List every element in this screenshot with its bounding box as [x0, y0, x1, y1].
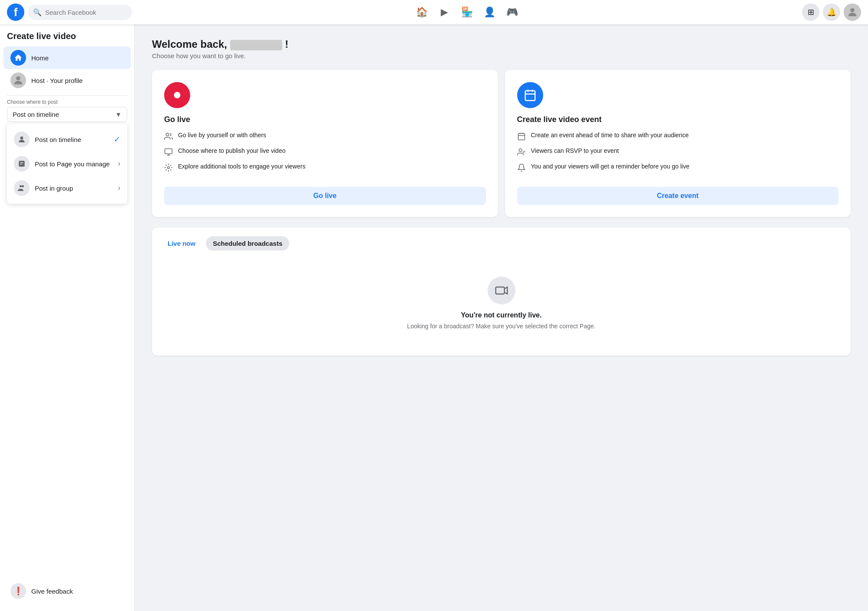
- tools-icon: [164, 163, 173, 172]
- username-blurred: [230, 40, 282, 50]
- go-live-card: Go live Go live by yourself or with othe…: [152, 70, 498, 217]
- sidebar-host-label: Host · Your profile: [31, 77, 83, 84]
- check-icon: ✓: [114, 135, 120, 144]
- create-event-feature-3: You and your viewers will get a reminder…: [517, 162, 839, 172]
- svg-rect-11: [525, 91, 535, 101]
- feedback-icon: ❗: [10, 583, 26, 599]
- rsvp-icon: [517, 148, 526, 156]
- go-live-feature-3-text: Explore additional tools to engage your …: [178, 162, 305, 171]
- apps-button[interactable]: ⊞: [802, 3, 819, 21]
- group-item-label: Post in group: [35, 185, 113, 192]
- top-navigation: f 🔍 🏠 ▶ 🏪 👤 🎮 ⊞ 🔔: [0, 0, 868, 24]
- svg-rect-7: [176, 93, 178, 97]
- create-event-button[interactable]: Create event: [517, 187, 839, 205]
- svg-point-1: [16, 76, 20, 80]
- sidebar-bottom: ❗ Give feedback: [0, 580, 134, 602]
- dropdown-item-timeline[interactable]: Post on timeline ✓: [7, 127, 127, 152]
- nav-home-button[interactable]: 🏠: [412, 2, 432, 23]
- create-event-icon-circle: [517, 82, 543, 108]
- search-box[interactable]: 🔍: [28, 5, 132, 20]
- bell-icon: [517, 163, 526, 172]
- user-avatar[interactable]: [844, 3, 861, 21]
- go-live-feature-3: Explore additional tools to engage your …: [164, 162, 486, 172]
- topnav-center: 🏠 ▶ 🏪 👤 🎮: [412, 2, 523, 23]
- chevron-right-icon: ›: [118, 160, 120, 168]
- create-event-feature-2: Viewers can RSVP to your event: [517, 147, 839, 156]
- tab-live-now[interactable]: Live now: [161, 236, 202, 251]
- empty-state-subtitle: Looking for a broadcast? Make sure you'v…: [407, 323, 596, 330]
- dropdown-item-group[interactable]: Post in group ›: [7, 176, 127, 200]
- calendar-icon: [517, 132, 526, 141]
- host-profile-avatar: [10, 73, 26, 88]
- svg-point-2: [20, 136, 23, 139]
- go-live-features: Go live by yourself or with others Choos…: [164, 131, 486, 178]
- svg-point-4: [20, 185, 22, 187]
- sidebar-home-label: Home: [31, 54, 49, 62]
- nav-marketplace-button[interactable]: 🏪: [457, 2, 478, 23]
- svg-point-8: [166, 133, 169, 136]
- page-icon: [14, 156, 30, 172]
- go-live-feature-1: Go live by yourself or with others: [164, 131, 486, 141]
- dropdown-item-page[interactable]: Post to Page you manage ›: [7, 152, 127, 176]
- welcome-suffix: !: [285, 38, 288, 50]
- svg-rect-3: [19, 161, 24, 166]
- svg-rect-14: [495, 287, 504, 294]
- dropdown-trigger[interactable]: Post on timeline ▼: [7, 107, 127, 122]
- dropdown-menu: Post on timeline ✓ Post to Page you mana…: [7, 124, 127, 204]
- group-icon: [14, 180, 30, 196]
- main-content: Welcome back, ! Choose how you want to g…: [135, 24, 868, 611]
- sidebar-item-feedback[interactable]: ❗ Give feedback: [3, 580, 131, 602]
- create-event-feature-1: Create an event ahead of time to share w…: [517, 131, 839, 141]
- fb-logo-letter: f: [14, 7, 18, 18]
- create-event-features: Create an event ahead of time to share w…: [517, 131, 839, 178]
- create-event-feature-3-text: You and your viewers will get a reminder…: [531, 162, 690, 171]
- go-live-button[interactable]: Go live: [164, 187, 486, 205]
- welcome-subtitle: Choose how you want to go live.: [152, 52, 851, 59]
- post-location-dropdown: Choose where to post Post on timeline ▼ …: [7, 99, 127, 204]
- nav-gaming-button[interactable]: 🎮: [502, 2, 523, 23]
- publish-icon: [164, 148, 173, 156]
- broadcasts-empty-state: You're not currently live. Looking for a…: [161, 259, 842, 347]
- page-layout: Create live video Home Host · Your profi…: [0, 24, 868, 611]
- svg-point-13: [519, 149, 522, 152]
- facebook-logo[interactable]: f: [7, 3, 24, 21]
- broadcast-tabs: Live now Scheduled broadcasts: [161, 236, 842, 251]
- empty-state-title: You're not currently live.: [461, 311, 542, 319]
- chevron-right-icon-2: ›: [118, 184, 120, 192]
- cards-row: Go live Go live by yourself or with othe…: [152, 70, 851, 217]
- people-icon: [164, 132, 173, 141]
- create-event-feature-2-text: Viewers can RSVP to your event: [531, 147, 619, 155]
- svg-point-10: [168, 167, 170, 169]
- svg-rect-12: [518, 133, 525, 140]
- sidebar-item-home[interactable]: Home: [3, 46, 131, 69]
- go-live-feature-2-text: Choose where to publish your live video: [178, 147, 285, 155]
- dropdown-label: Choose where to post: [7, 99, 127, 105]
- create-event-feature-1-text: Create an event ahead of time to share w…: [531, 131, 689, 140]
- welcome-prefix: Welcome back,: [152, 38, 227, 50]
- empty-video-icon: [488, 277, 515, 304]
- chevron-down-icon: ▼: [115, 111, 122, 118]
- search-input[interactable]: [45, 9, 127, 16]
- go-live-icon-circle: [164, 82, 190, 108]
- svg-point-5: [22, 185, 24, 187]
- topnav-left: f 🔍: [7, 3, 132, 21]
- tab-scheduled-broadcasts[interactable]: Scheduled broadcasts: [206, 236, 289, 251]
- nav-video-button[interactable]: ▶: [434, 2, 455, 23]
- welcome-section: Welcome back, ! Choose how you want to g…: [152, 38, 851, 59]
- sidebar-item-host[interactable]: Host · Your profile: [3, 69, 131, 92]
- home-icon: [10, 50, 26, 66]
- sidebar: Create live video Home Host · Your profi…: [0, 24, 135, 611]
- create-event-card: Create live video event Create an event …: [505, 70, 851, 217]
- search-icon: 🔍: [33, 8, 42, 17]
- dropdown-value: Post on timeline: [13, 111, 59, 118]
- go-live-feature-1-text: Go live by yourself or with others: [178, 131, 266, 140]
- welcome-title: Welcome back, !: [152, 38, 851, 50]
- svg-point-0: [850, 8, 854, 12]
- go-live-feature-2: Choose where to publish your live video: [164, 147, 486, 156]
- page-item-label: Post to Page you manage: [35, 160, 113, 168]
- notifications-button[interactable]: 🔔: [823, 3, 840, 21]
- create-event-card-title: Create live video event: [517, 115, 839, 124]
- go-live-card-title: Go live: [164, 115, 486, 124]
- nav-people-button[interactable]: 👤: [479, 2, 500, 23]
- svg-rect-9: [165, 149, 172, 154]
